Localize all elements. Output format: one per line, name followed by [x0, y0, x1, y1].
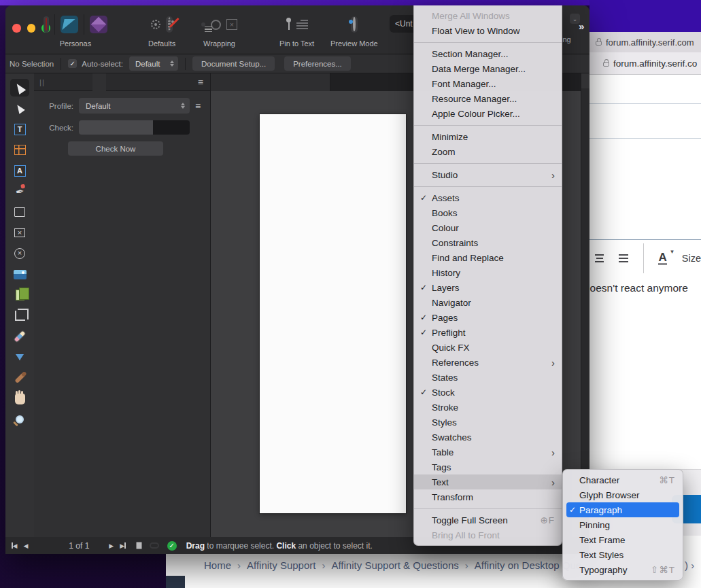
- breadcrumb-label[interactable]: Affinity Support: [247, 559, 315, 571]
- menu-item[interactable]: ✓ Find and Replace ›: [414, 250, 562, 265]
- submenu-item[interactable]: ✓ Text Frame: [566, 532, 679, 547]
- profile-menu-icon[interactable]: ≡: [195, 101, 201, 111]
- menu-item[interactable]: ✓ Preflight ›: [414, 325, 562, 340]
- menu-item[interactable]: ✓ Font Manager... ›: [414, 76, 562, 91]
- photo-persona-button[interactable]: [90, 16, 107, 33]
- menu-item[interactable]: ✓ Colour ›: [414, 220, 562, 235]
- table-tool-icon[interactable]: [10, 141, 29, 159]
- revert-defaults-button[interactable]: [166, 16, 173, 33]
- crop-tool-icon[interactable]: [10, 307, 29, 325]
- place-image-tool-icon[interactable]: [10, 266, 29, 283]
- view-hand-tool-icon[interactable]: [10, 390, 29, 408]
- zoom-tool-icon[interactable]: [10, 411, 29, 428]
- panel-tab[interactable]: [65, 73, 79, 91]
- close-button[interactable]: [12, 24, 21, 33]
- menu-item[interactable]: ✓ Books ›: [414, 205, 562, 220]
- menu-item[interactable]: ✓ Toggle Full Screen ⊕F ›: [414, 513, 562, 528]
- move-tool-icon[interactable]: [10, 79, 29, 97]
- menu-item[interactable]: ✓ Data Merge Manager... ›: [414, 61, 562, 76]
- sync-defaults-gear-icon[interactable]: [151, 20, 160, 29]
- menu-item[interactable]: ✓ Table ›: [414, 445, 562, 460]
- document-page[interactable]: [260, 114, 406, 513]
- menu-item[interactable]: ✓ States ›: [414, 370, 562, 385]
- align-justify-icon[interactable]: [619, 254, 628, 262]
- submenu-item[interactable]: ✓ Glyph Browser: [566, 487, 679, 502]
- menu-item[interactable]: ✓ References ›: [414, 355, 562, 370]
- pagination-fragment[interactable]: ) ›: [685, 559, 694, 571]
- autoselect-checkbox[interactable]: ✓: [68, 59, 77, 68]
- browser-tab-bar[interactable]: forum.affinity.serif.com: [589, 32, 701, 52]
- toolbar-overflow-chevron[interactable]: »: [579, 20, 584, 32]
- menu-item[interactable]: ✓ Stock ›: [414, 385, 562, 400]
- vertical-scrollbar[interactable]: [581, 73, 589, 537]
- data-merge-tool-icon[interactable]: [10, 286, 29, 304]
- browser-address-bar[interactable]: forum.affinity.serif.co: [589, 52, 701, 75]
- preferences-button[interactable]: Preferences...: [284, 56, 351, 71]
- last-page-icon[interactable]: ▶: [120, 542, 125, 549]
- menu-item[interactable]: ✓ Navigator ›: [414, 295, 562, 310]
- panel-menu-icon[interactable]: ≡: [198, 77, 203, 88]
- designer-persona-button[interactable]: [61, 16, 78, 33]
- wrap-outline-icon[interactable]: [211, 20, 221, 30]
- menu-item[interactable]: ✓ Float View to Window ›: [414, 23, 562, 38]
- document-icon[interactable]: [135, 541, 143, 550]
- first-page-icon[interactable]: ◀: [12, 542, 17, 549]
- menu-item[interactable]: ✓ Zoom ›: [414, 144, 562, 159]
- breadcrumb-label[interactable]: Affinity Support & Questions: [331, 559, 458, 571]
- text-color-button[interactable]: A▾: [658, 252, 666, 265]
- vector-brush-tool-icon[interactable]: [10, 328, 29, 345]
- check-segment[interactable]: [153, 120, 190, 135]
- picture-frame-rectangle-tool-icon[interactable]: ×: [10, 224, 29, 242]
- submenu-item[interactable]: ✓ Pinning: [566, 517, 679, 532]
- autoselect-dropdown[interactable]: Default: [129, 56, 178, 71]
- breadcrumb-label[interactable]: Home: [204, 559, 231, 571]
- menu-item[interactable]: ✓ Pages ›: [414, 310, 562, 325]
- document-tab[interactable]: [211, 73, 330, 91]
- menu-item[interactable]: ✓ Stroke ›: [414, 400, 562, 415]
- prev-page-icon[interactable]: ◀: [23, 542, 28, 549]
- panel-tab[interactable]: [79, 73, 92, 91]
- show-text-wrap-button[interactable]: [201, 22, 205, 27]
- preflight-ok-icon[interactable]: ✓: [167, 541, 177, 551]
- preview-mode-button[interactable]: [351, 16, 358, 33]
- font-size-button[interactable]: Size: [682, 253, 701, 264]
- menu-item[interactable]: ✓ Assets ›: [414, 190, 562, 205]
- menu-item[interactable]: ✓ Text ›: [414, 474, 562, 489]
- align-center-icon[interactable]: [595, 254, 604, 262]
- submenu-item[interactable]: ✓ Typography ⇧⌘T: [566, 562, 679, 577]
- check-segment[interactable]: [79, 120, 116, 135]
- pin-icon[interactable]: [286, 18, 291, 31]
- check-now-button[interactable]: Check Now: [68, 141, 163, 156]
- node-tool-icon[interactable]: [10, 100, 29, 118]
- menu-item[interactable]: ✓ Bring All to Front ›: [414, 528, 562, 542]
- check-segment[interactable]: [116, 120, 152, 135]
- colour-picker-tool-icon[interactable]: [10, 369, 29, 387]
- menu-item[interactable]: ✓ Section Manager... ›: [414, 46, 562, 61]
- menu-item[interactable]: ✓ Swatches ›: [414, 430, 562, 445]
- panel-tab[interactable]: [92, 73, 106, 91]
- frame-text-tool-icon[interactable]: A: [10, 162, 29, 179]
- menu-item[interactable]: ✓ Constraints ›: [414, 235, 562, 250]
- rectangle-tool-icon[interactable]: [10, 203, 29, 221]
- menu-item[interactable]: ✓ Transform ›: [414, 489, 562, 504]
- menu-item[interactable]: ✓ Minimize ›: [414, 129, 562, 144]
- menu-item[interactable]: ✓ Tags ›: [414, 460, 562, 474]
- submenu-item[interactable]: ✓ Character ⌘T: [566, 472, 679, 487]
- breadcrumb-item[interactable]: Affinity Support ›: [247, 559, 325, 571]
- menu-item[interactable]: ✓ Layers ›: [414, 280, 562, 295]
- edit-wrap-outline-icon[interactable]: ×: [226, 19, 237, 30]
- style-pickup-tool-icon[interactable]: [10, 349, 29, 366]
- menu-item[interactable]: ✓ History ›: [414, 265, 562, 280]
- next-page-icon[interactable]: ▶: [109, 542, 114, 549]
- pin-inline-icon[interactable]: [296, 20, 308, 29]
- menu-item[interactable]: ✓ Styles ›: [414, 415, 562, 430]
- breadcrumb-item[interactable]: Home ›: [204, 559, 241, 571]
- picture-frame-ellipse-tool-icon[interactable]: ×: [10, 245, 29, 262]
- publisher-persona-button[interactable]: [44, 16, 49, 33]
- breadcrumb-item[interactable]: Affinity Support & Questions ›: [331, 559, 468, 571]
- menu-item[interactable]: ✓ Studio ›: [414, 167, 562, 182]
- menu-item[interactable]: ✓ Resource Manager... ›: [414, 91, 562, 106]
- menu-item[interactable]: ✓ Apple Colour Picker... ›: [414, 106, 562, 121]
- panel-tab[interactable]: [52, 73, 65, 91]
- menu-item[interactable]: ✓ Quick FX ›: [414, 340, 562, 355]
